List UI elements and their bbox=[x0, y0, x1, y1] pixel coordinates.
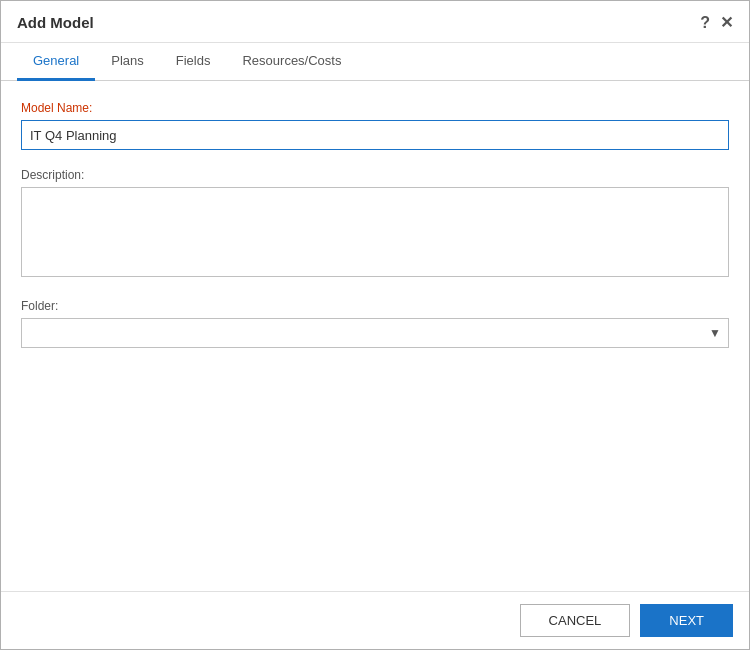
model-name-input[interactable] bbox=[21, 120, 729, 150]
folder-label: Folder: bbox=[21, 299, 729, 313]
close-icon[interactable]: ✕ bbox=[720, 13, 733, 32]
tab-resources-costs[interactable]: Resources/Costs bbox=[226, 43, 357, 81]
model-name-label: Model Name: bbox=[21, 101, 729, 115]
dialog-title: Add Model bbox=[17, 14, 94, 31]
add-model-dialog: Add Model ? ✕ General Plans Fields Resou… bbox=[0, 0, 750, 650]
dialog-footer: CANCEL NEXT bbox=[1, 591, 749, 649]
tab-plans[interactable]: Plans bbox=[95, 43, 160, 81]
folder-select-wrapper: ▼ bbox=[21, 318, 729, 348]
next-button[interactable]: NEXT bbox=[640, 604, 733, 637]
tabs-bar: General Plans Fields Resources/Costs bbox=[1, 43, 749, 81]
dialog-header: Add Model ? ✕ bbox=[1, 1, 749, 43]
folder-select[interactable] bbox=[21, 318, 729, 348]
model-name-group: Model Name: bbox=[21, 101, 729, 150]
tab-fields[interactable]: Fields bbox=[160, 43, 227, 81]
help-icon[interactable]: ? bbox=[700, 14, 710, 32]
dialog-body: Model Name: Description: Folder: ▼ bbox=[1, 81, 749, 591]
folder-group: Folder: ▼ bbox=[21, 299, 729, 348]
tab-general[interactable]: General bbox=[17, 43, 95, 81]
cancel-button[interactable]: CANCEL bbox=[520, 604, 631, 637]
header-actions: ? ✕ bbox=[700, 13, 733, 32]
description-group: Description: bbox=[21, 168, 729, 281]
description-label: Description: bbox=[21, 168, 729, 182]
description-input[interactable] bbox=[21, 187, 729, 277]
